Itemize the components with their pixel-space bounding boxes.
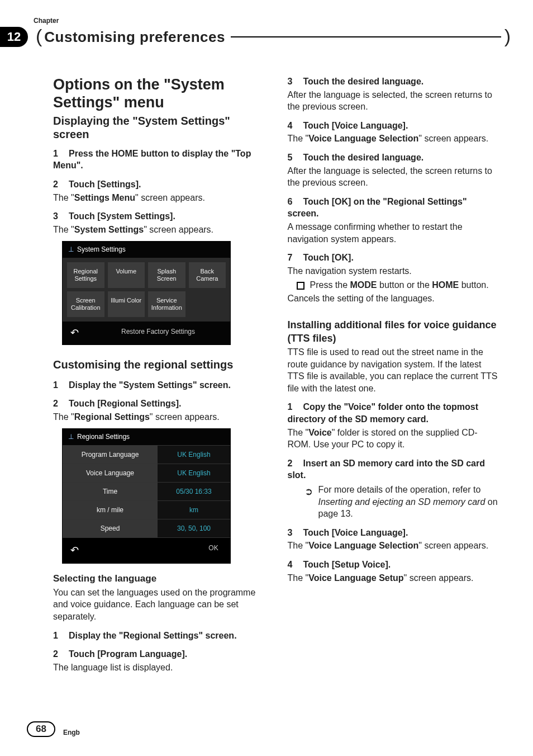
shot1-cell-volume[interactable]: Volume	[108, 262, 145, 288]
t: Copy the "Voice" folder onto the topmost…	[288, 402, 479, 424]
t: " screen appears.	[150, 412, 220, 422]
chapter-title-wrap: ( Customising preferences )	[36, 27, 511, 47]
t: Touch the desired language.	[303, 153, 424, 162]
t: Voice	[308, 428, 332, 437]
heading-tts: Installing additional files for voice gu…	[288, 318, 500, 346]
lang-step-3: 3Touch the desired language.	[288, 75, 500, 88]
step-3-system-settings: 3Touch [System Settings].	[53, 210, 265, 223]
t: Touch [Setup Voice].	[303, 560, 391, 569]
shot2-val-speed: 30, 50, 100	[158, 519, 230, 537]
t: Regional Settings	[74, 412, 150, 422]
shot2-val-units: km	[158, 501, 230, 519]
tts-step-4-body: The "Voice Language Setup" screen appear…	[288, 572, 500, 584]
regional-step-2-body: The "Regional Settings" screen appears.	[53, 411, 265, 423]
t: The "	[53, 225, 74, 234]
footer-lang: Engb	[63, 729, 80, 736]
step-2-body: The "Settings Menu" screen appears.	[53, 192, 265, 204]
left-column: Options on the "System Settings" menu Di…	[53, 75, 265, 711]
lang-step-1: 1Display the "Regional Settings" screen.	[53, 630, 265, 642]
shot2-row-speed[interactable]: Speed	[63, 519, 158, 537]
regional-step-1: 1Display the "System Settings" screen.	[53, 379, 265, 391]
chapter-header: 12 ( Customising preferences )	[0, 27, 511, 47]
h2-part-a: Displaying the	[53, 115, 132, 127]
shot1-cell-calibration[interactable]: Screen Calibration	[67, 291, 104, 317]
t: Display the "Regional Settings" screen.	[69, 631, 237, 640]
lang-step-7-after: Cancels the setting of the languages.	[288, 292, 500, 305]
h1-part-a: Options on the	[53, 76, 164, 93]
t: Touch [OK].	[303, 253, 354, 262]
lang-step-7-body: The navigation system restarts.	[288, 265, 500, 277]
step-3-body: The "System Settings" screen appears.	[53, 224, 265, 236]
shot1-back-icon[interactable]: ↶	[63, 322, 86, 344]
tts-step-2-ref: ➲ For more details of the operation, ref…	[288, 484, 500, 520]
t: The "	[53, 412, 74, 422]
lang-step-7-bullet: Press the MODE button or the HOME button…	[288, 279, 500, 291]
lang-step-4: 4Touch [Voice Language].	[288, 120, 500, 132]
t: Touch [Program Language].	[69, 649, 187, 659]
t: Touch the desired language.	[303, 77, 424, 86]
arrow-bullet-icon: ➲	[304, 485, 313, 520]
shot2-val-program: UK English	[158, 446, 230, 464]
lang-intro: You can set the languages used on the pr…	[53, 587, 265, 623]
tts-step-3-body: The "Voice Language Selection" screen ap…	[288, 540, 500, 552]
t: " screen appears.	[144, 225, 213, 234]
shot2-row-voice[interactable]: Voice Language	[63, 464, 158, 482]
tts-step-1-body: The "Voice" folder is stored on the supp…	[288, 427, 500, 451]
t: Voice Language Selection	[308, 134, 418, 143]
t: The "	[288, 134, 309, 143]
shot1-cell-service[interactable]: Service Information	[148, 291, 185, 317]
t: The "	[288, 428, 309, 437]
t: Voice Language Setup	[308, 573, 403, 583]
t: Insert an SD memory card into the SD car…	[288, 459, 485, 480]
t: Settings Menu	[74, 193, 135, 202]
shot1-title-text: System Settings	[77, 245, 126, 254]
subsection-displaying: Displaying the "System Settings" screen	[53, 114, 265, 141]
t: button or the	[377, 280, 432, 290]
regional-step-2: 2Touch [Regional Settings].	[53, 398, 265, 410]
tts-intro: TTS file is used to read out the street …	[288, 346, 500, 394]
shot2-ok-button[interactable]: OK	[197, 538, 230, 563]
shot1-cell-back-camera[interactable]: Back Camera	[189, 262, 226, 288]
lang-step-2: 2Touch [Program Language].	[53, 648, 265, 660]
shot2-row-program[interactable]: Program Language	[63, 446, 158, 464]
signal-icon	[68, 245, 74, 254]
signal-icon	[68, 432, 74, 441]
t: System Settings	[74, 225, 144, 234]
shot2-val-voice: UK English	[158, 464, 230, 482]
t: " screen appears.	[404, 573, 474, 583]
screenshot-regional-settings: Regional Settings Program LanguageUK Eng…	[62, 428, 231, 563]
heading-selecting-language: Selecting the language	[53, 573, 265, 585]
shot2-row-units[interactable]: km / mile	[63, 501, 158, 519]
ref-text: For more details of the operation, refer…	[318, 484, 500, 520]
step-2-text: Touch [Settings].	[69, 179, 141, 189]
h1-part-c: menu	[120, 94, 164, 111]
shot2-row-time[interactable]: Time	[63, 483, 158, 500]
t: " screen appears.	[418, 134, 488, 143]
h2-part-b: "System Settings"	[132, 115, 230, 127]
header-rule	[231, 36, 501, 37]
shot1-cell-illumi[interactable]: Illumi Color	[108, 291, 145, 317]
tts-step-3: 3Touch [Voice Language].	[288, 527, 500, 539]
tts-step-1: 1Copy the "Voice" folder onto the topmos…	[288, 401, 500, 425]
page-footer: 68 Engb	[27, 721, 80, 737]
t: Press the	[310, 280, 350, 290]
shot2-val-time: 05/30 16:33	[158, 483, 230, 500]
t: The "	[53, 193, 74, 202]
shot1-cell-regional[interactable]: Regional Settings	[67, 262, 104, 288]
lang-step-6-body: A message confirming whether to restart …	[288, 221, 500, 245]
h2-part-c: screen	[53, 128, 89, 140]
screenshot-system-settings: System Settings Regional Settings Volume…	[62, 241, 231, 344]
shot1-restore[interactable]: Restore Factory Settings	[86, 322, 230, 344]
t: The "	[288, 573, 309, 583]
t: MODE	[350, 280, 377, 290]
step-3-text: Touch [System Settings].	[69, 211, 175, 221]
step-2-settings: 2Touch [Settings].	[53, 178, 265, 191]
shot1-cell-splash[interactable]: Splash Screen	[148, 262, 185, 288]
t: HOME	[432, 280, 459, 290]
shot2-back-icon[interactable]: ↶	[63, 538, 86, 563]
t: Touch [OK] on the "Regional Settings" sc…	[288, 197, 467, 219]
square-bullet-icon	[297, 282, 304, 290]
t: Voice Language Selection	[308, 541, 418, 550]
lang-step-6: 6Touch [OK] on the "Regional Settings" s…	[288, 196, 500, 220]
t: " screen appears.	[135, 193, 205, 202]
